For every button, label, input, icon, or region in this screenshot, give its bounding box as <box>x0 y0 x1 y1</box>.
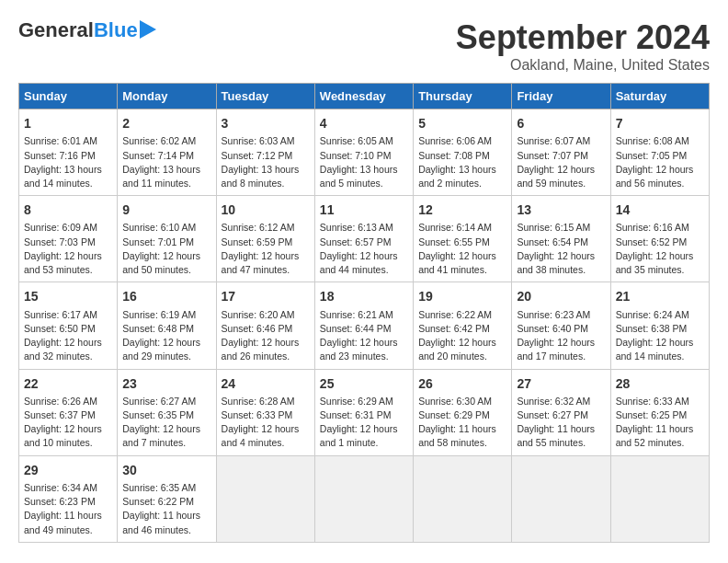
table-row <box>314 455 413 542</box>
day-number: 12 <box>418 201 506 219</box>
day-number: 7 <box>616 114 704 132</box>
day-info: Sunrise: 6:06 AMSunset: 7:08 PMDaylight:… <box>418 134 506 190</box>
table-row: 7Sunrise: 6:08 AMSunset: 7:05 PMDaylight… <box>610 109 709 196</box>
day-number: 1 <box>24 114 112 132</box>
table-row: 17Sunrise: 6:20 AMSunset: 6:46 PMDayligh… <box>216 282 314 369</box>
day-number: 11 <box>320 201 408 219</box>
logo-general: General <box>18 18 94 42</box>
table-row: 10Sunrise: 6:12 AMSunset: 6:59 PMDayligh… <box>216 196 314 282</box>
title-area: September 2024 Oakland, Maine, United St… <box>456 18 710 74</box>
month-title: September 2024 <box>456 18 710 57</box>
day-info: Sunrise: 6:29 AMSunset: 6:31 PMDaylight:… <box>320 395 408 451</box>
day-number: 8 <box>24 201 112 219</box>
table-row: 12Sunrise: 6:14 AMSunset: 6:55 PMDayligh… <box>414 196 512 282</box>
day-number: 30 <box>122 461 210 479</box>
day-number: 9 <box>122 201 210 219</box>
day-info: Sunrise: 6:14 AMSunset: 6:55 PMDaylight:… <box>418 221 506 277</box>
day-info: Sunrise: 6:02 AMSunset: 7:14 PMDaylight:… <box>122 134 210 190</box>
table-row: 18Sunrise: 6:21 AMSunset: 6:44 PMDayligh… <box>314 282 413 369</box>
table-row: 25Sunrise: 6:29 AMSunset: 6:31 PMDayligh… <box>314 369 413 455</box>
day-info: Sunrise: 6:24 AMSunset: 6:38 PMDaylight:… <box>616 308 704 364</box>
table-row: 15Sunrise: 6:17 AMSunset: 6:50 PMDayligh… <box>19 282 118 369</box>
day-info: Sunrise: 6:22 AMSunset: 6:42 PMDaylight:… <box>418 308 506 364</box>
table-row: 11Sunrise: 6:13 AMSunset: 6:57 PMDayligh… <box>314 196 413 282</box>
table-row: 6Sunrise: 6:07 AMSunset: 7:07 PMDaylight… <box>512 109 610 196</box>
header-thursday: Thursday <box>414 84 512 109</box>
day-info: Sunrise: 6:05 AMSunset: 7:10 PMDaylight:… <box>320 134 408 190</box>
day-info: Sunrise: 6:17 AMSunset: 6:50 PMDaylight:… <box>24 308 112 364</box>
day-number: 29 <box>24 461 112 479</box>
day-number: 21 <box>616 287 704 305</box>
day-number: 16 <box>122 287 210 305</box>
table-row: 5Sunrise: 6:06 AMSunset: 7:08 PMDaylight… <box>414 109 512 196</box>
table-row <box>512 455 610 542</box>
table-row: 23Sunrise: 6:27 AMSunset: 6:35 PMDayligh… <box>118 369 216 455</box>
day-number: 22 <box>24 374 112 393</box>
day-number: 5 <box>418 114 506 132</box>
day-number: 17 <box>222 287 310 305</box>
table-row: 30Sunrise: 6:35 AMSunset: 6:22 PMDayligh… <box>118 455 216 542</box>
day-info: Sunrise: 6:33 AMSunset: 6:25 PMDaylight:… <box>616 395 704 451</box>
table-row: 28Sunrise: 6:33 AMSunset: 6:25 PMDayligh… <box>610 369 709 455</box>
day-info: Sunrise: 6:35 AMSunset: 6:22 PMDaylight:… <box>122 481 210 537</box>
logo: General Blue <box>18 18 156 42</box>
table-row: 9Sunrise: 6:10 AMSunset: 7:01 PMDaylight… <box>118 196 216 282</box>
day-info: Sunrise: 6:01 AMSunset: 7:16 PMDaylight:… <box>24 134 112 190</box>
table-row: 13Sunrise: 6:15 AMSunset: 6:54 PMDayligh… <box>512 196 610 282</box>
header-sunday: Sunday <box>19 84 118 109</box>
day-info: Sunrise: 6:13 AMSunset: 6:57 PMDaylight:… <box>320 221 408 277</box>
calendar-table: Sunday Monday Tuesday Wednesday Thursday… <box>18 83 710 543</box>
day-number: 25 <box>320 374 408 393</box>
header-friday: Friday <box>512 84 610 109</box>
day-number: 24 <box>222 374 310 393</box>
calendar-body: 1Sunrise: 6:01 AMSunset: 7:16 PMDaylight… <box>19 109 710 543</box>
table-row: 29Sunrise: 6:34 AMSunset: 6:23 PMDayligh… <box>19 455 118 542</box>
day-number: 4 <box>320 114 408 132</box>
header-tuesday: Tuesday <box>216 84 314 109</box>
weekday-header-row: Sunday Monday Tuesday Wednesday Thursday… <box>19 84 710 109</box>
table-row: 27Sunrise: 6:32 AMSunset: 6:27 PMDayligh… <box>512 369 610 455</box>
day-number: 18 <box>320 287 408 305</box>
day-info: Sunrise: 6:26 AMSunset: 6:37 PMDaylight:… <box>24 395 112 451</box>
day-number: 6 <box>517 114 605 132</box>
table-row: 16Sunrise: 6:19 AMSunset: 6:48 PMDayligh… <box>118 282 216 369</box>
day-number: 10 <box>222 201 310 219</box>
table-row <box>610 455 709 542</box>
day-number: 3 <box>222 114 310 132</box>
day-info: Sunrise: 6:09 AMSunset: 7:03 PMDaylight:… <box>24 221 112 277</box>
day-info: Sunrise: 6:30 AMSunset: 6:29 PMDaylight:… <box>418 395 506 451</box>
day-number: 26 <box>418 374 506 393</box>
day-info: Sunrise: 6:10 AMSunset: 7:01 PMDaylight:… <box>122 221 210 277</box>
calendar-week-row: 1Sunrise: 6:01 AMSunset: 7:16 PMDaylight… <box>19 109 710 196</box>
header: General Blue September 2024 Oakland, Mai… <box>18 18 710 74</box>
day-info: Sunrise: 6:15 AMSunset: 6:54 PMDaylight:… <box>517 221 605 277</box>
calendar-week-row: 22Sunrise: 6:26 AMSunset: 6:37 PMDayligh… <box>19 369 710 455</box>
day-info: Sunrise: 6:07 AMSunset: 7:07 PMDaylight:… <box>517 134 605 190</box>
logo-arrow-icon <box>140 20 156 39</box>
location-title: Oakland, Maine, United States <box>456 57 710 74</box>
table-row: 19Sunrise: 6:22 AMSunset: 6:42 PMDayligh… <box>414 282 512 369</box>
table-row: 2Sunrise: 6:02 AMSunset: 7:14 PMDaylight… <box>118 109 216 196</box>
table-row <box>216 455 314 542</box>
calendar-week-row: 8Sunrise: 6:09 AMSunset: 7:03 PMDaylight… <box>19 196 710 282</box>
day-number: 28 <box>616 374 704 393</box>
day-info: Sunrise: 6:27 AMSunset: 6:35 PMDaylight:… <box>122 395 210 451</box>
day-number: 2 <box>122 114 210 132</box>
table-row: 14Sunrise: 6:16 AMSunset: 6:52 PMDayligh… <box>610 196 709 282</box>
table-row: 20Sunrise: 6:23 AMSunset: 6:40 PMDayligh… <box>512 282 610 369</box>
day-number: 19 <box>418 287 506 305</box>
table-row <box>414 455 512 542</box>
table-row: 8Sunrise: 6:09 AMSunset: 7:03 PMDaylight… <box>19 196 118 282</box>
day-info: Sunrise: 6:16 AMSunset: 6:52 PMDaylight:… <box>616 221 704 277</box>
day-info: Sunrise: 6:21 AMSunset: 6:44 PMDaylight:… <box>320 308 408 364</box>
header-wednesday: Wednesday <box>314 84 413 109</box>
table-row: 21Sunrise: 6:24 AMSunset: 6:38 PMDayligh… <box>610 282 709 369</box>
calendar-week-row: 15Sunrise: 6:17 AMSunset: 6:50 PMDayligh… <box>19 282 710 369</box>
header-saturday: Saturday <box>610 84 709 109</box>
day-info: Sunrise: 6:23 AMSunset: 6:40 PMDaylight:… <box>517 308 605 364</box>
day-info: Sunrise: 6:03 AMSunset: 7:12 PMDaylight:… <box>222 134 310 190</box>
day-number: 23 <box>122 374 210 393</box>
table-row: 1Sunrise: 6:01 AMSunset: 7:16 PMDaylight… <box>19 109 118 196</box>
day-number: 13 <box>517 201 605 219</box>
day-number: 15 <box>24 287 112 305</box>
